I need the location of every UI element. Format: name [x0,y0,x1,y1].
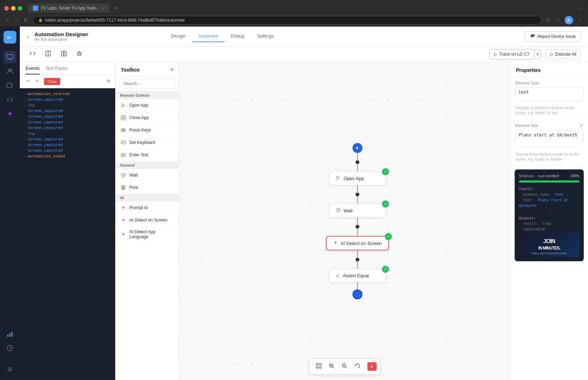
list-item[interactable]: ›screen_captured [20,125,115,131]
focus-button[interactable] [313,361,324,372]
list-item[interactable]: ›screen_captured [20,142,115,148]
toolbox-item-wait[interactable]: Wait [116,169,179,181]
toolbox-item-ai-detect-screen[interactable]: AI Detect on Screen [116,214,179,227]
back-button[interactable]: ‹ [27,33,29,40]
toolbox-item-open-app[interactable]: Open App [116,99,179,112]
svg-point-24 [80,54,81,55]
clear-button[interactable]: Clear [44,78,60,85]
split-view-button-2[interactable] [58,49,69,60]
toolbox-item-print[interactable]: Print [116,181,179,194]
tab-settings[interactable]: Settings [251,30,280,42]
cast-button[interactable]: ⬡ [544,16,551,24]
svg-rect-7 [7,83,12,88]
split-view-button-1[interactable] [43,49,54,60]
toolbox-item-enter-text[interactable]: Enter Text [116,149,179,161]
events-settings-button[interactable] [106,78,111,84]
trace-dropdown-button[interactable]: ▾ [534,50,541,58]
tab-debug[interactable]: Debug [224,30,251,42]
flow-node-open-app[interactable]: Open App ✓ [329,171,386,185]
code-view-button[interactable] [27,49,38,60]
toolbox-item-set-keyboard[interactable]: Set Keyboard [116,136,179,149]
toolbox-close-button[interactable]: ✕ [169,66,174,73]
expand-all-button[interactable] [24,78,32,85]
zoom-in-button[interactable] [326,361,337,372]
ai-detect-node[interactable]: AI Detect on Screen ✓ [326,236,389,250]
events-toolbar: Clear [20,75,115,88]
flow-end-node[interactable] [352,289,362,299]
user-avatar[interactable]: R [565,16,573,24]
sidebar-item-ai[interactable] [4,107,16,120]
list-item[interactable]: ›automation_started [20,91,115,97]
list-item[interactable]: ›screen_captured [20,97,115,102]
undo-button[interactable] [351,361,363,372]
open-app-node[interactable]: Open App ✓ [329,171,386,185]
sidebar-item-help[interactable]: ? [4,342,16,354]
element-text-textarea[interactable]: Plans start at $X/month [515,130,583,148]
collapse-all-button[interactable] [33,78,41,85]
sidebar-item-code[interactable] [4,93,16,106]
sidebar-item-recordings[interactable] [4,79,16,92]
flow-node-wait[interactable]: Wait ✓ [329,203,386,217]
connector [357,282,358,289]
sidebar-item-users[interactable] [4,65,16,78]
toolbox-search-input[interactable] [119,79,175,88]
tab-design[interactable]: Design [165,30,192,42]
svg-point-6 [11,69,12,71]
toolbox-header: Toolbox ✕ [116,62,179,76]
traffic-light-red[interactable] [4,6,9,11]
zoom-out-button[interactable] [338,361,350,372]
list-item[interactable]: ›log [20,102,115,108]
assert-node[interactable]: ✓ Assert Equal ✓ [329,269,386,282]
traffic-light-yellow[interactable] [11,6,16,11]
toolbox-item-ai-detect-language[interactable]: AI Detect App Language [116,227,179,242]
wait-node[interactable]: Wait ✓ [329,203,386,217]
list-item[interactable]: ›screen_captured [20,114,115,119]
svg-point-28 [107,79,110,83]
refresh-button[interactable]: ↻ [22,16,30,24]
toolbox-item-close-app[interactable]: Close App [116,112,179,124]
sidebar-item-tools[interactable] [4,363,16,376]
flow-node-ai-detect[interactable]: AI Detect on Screen ✓ [326,236,389,250]
open-app-icon [120,102,127,108]
flow-start-node[interactable] [352,143,362,153]
robot-view-button[interactable] [74,49,85,60]
canvas-close-button[interactable]: ✕ [367,362,376,371]
browser-tab[interactable]: TV Labs: Smart TV App Testi... ✕ [28,4,110,13]
address-bar[interactable]: 🔒 tvlabs.ai/app/projects/8edae655-7117-4… [33,16,542,24]
header-nav: Design Automate Debug Settings [165,30,280,42]
sidebar-item-devices[interactable] [4,51,16,63]
toolbox-item-press-keys[interactable]: Press Keys [116,124,179,136]
forward-button[interactable]: › [13,16,19,24]
connector [357,262,358,269]
svg-point-27 [108,80,109,82]
bookmark-button[interactable]: ☆ [554,16,562,24]
tab-events[interactable]: Events [26,66,40,74]
status-expand-icon[interactable]: ⌄ [519,210,579,214]
app-container: tv ? ‹ A [0,27,588,380]
element-text-close-button[interactable]: ✕ [579,123,583,128]
extensions-menu[interactable]: ⌄ [574,6,584,11]
canvas-area[interactable]: Open App ✓ [179,62,510,380]
trace-button[interactable]: ▷ Trace on LG C7 [489,49,534,59]
output-capture: captureEnd: [519,227,579,232]
flow-node-assert[interactable]: ✓ Assert Equal ✓ [329,269,386,282]
set-keyboard-icon [120,139,127,146]
execute-all-button[interactable]: ▷ Execute All [545,49,581,59]
tab-close-btn[interactable]: ✕ [102,6,105,10]
element-type-textarea[interactable]: text [515,87,583,101]
list-item[interactable]: ›screen_captured [20,119,115,125]
list-item[interactable]: ›screen_captured [20,148,115,153]
tab-test-packs[interactable]: Test Packs [45,66,68,74]
traffic-light-green[interactable] [18,6,22,11]
report-device-issue-button[interactable]: 🏴 Report Device Issue [525,31,581,42]
sidebar-item-analytics[interactable] [4,328,16,340]
tab-automate[interactable]: Automate [192,30,224,42]
toolbox-item-prompt-ai[interactable]: Prompt AI [116,202,179,214]
list-item[interactable]: ›screen_captured [20,108,115,114]
new-tab-button[interactable]: + [112,5,120,11]
menu-button[interactable]: ⋮ [576,16,584,24]
back-button[interactable]: ‹ [4,16,10,24]
list-item[interactable]: ›automation_ended [20,153,115,159]
list-item[interactable]: ›log [20,131,115,136]
list-item[interactable]: ›screen_captured [20,136,115,142]
